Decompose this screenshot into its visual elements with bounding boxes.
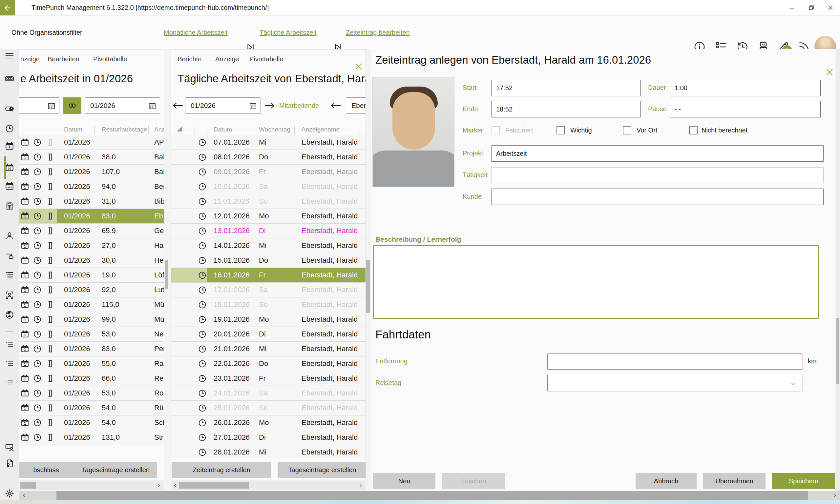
- daily-row[interactable]: 19.01.2026MoEberstadt, Harald: [171, 312, 366, 327]
- sort-indicator[interactable]: [177, 126, 182, 131]
- beschreibung-textarea[interactable]: [373, 245, 819, 319]
- column-anzeigename[interactable]: Anz: [154, 126, 164, 133]
- checkbox-nicht-berechnet[interactable]: [689, 126, 698, 134]
- daily-row[interactable]: 12.01.2026MoEberstadt, Harald: [171, 209, 366, 223]
- daily-row[interactable]: 08.01.2026DoEberstadt, Harald: [171, 150, 366, 165]
- column-anzeigename[interactable]: Anzeigename: [301, 126, 339, 133]
- scroll-right-icon[interactable]: [358, 483, 364, 488]
- daily-row[interactable]: 11.01.2026SoEberstadt, Harald: [171, 194, 366, 209]
- projekt-input[interactable]: [491, 145, 824, 162]
- monthly-row[interactable]: 101/202630,0He: [19, 253, 164, 268]
- neu-button[interactable]: Neu: [373, 473, 435, 489]
- monthly-row[interactable]: 101/202627,0Ha: [19, 238, 164, 253]
- daily-row[interactable]: 13.01.2026DiEberstadt, Harald: [171, 223, 366, 238]
- sidebar-item-filter-list-c[interactable]: [5, 378, 14, 388]
- tageseintraege-erstellen-button[interactable]: Tageseinträge erstellen: [74, 462, 157, 478]
- reisetag-select[interactable]: [547, 375, 802, 391]
- scroll-right-icon[interactable]: [156, 483, 161, 488]
- monthly-row[interactable]: 101/2026107,0Bar: [19, 165, 164, 179]
- back-button[interactable]: [0, 0, 15, 15]
- monthly-row[interactable]: 101/202619,0Löf: [19, 268, 164, 283]
- employee-field[interactable]: Eber: [346, 97, 366, 114]
- daily-row[interactable]: 15.01.2026DoEberstadt, Harald: [171, 253, 366, 268]
- sidebar-item-calendar-month[interactable]: 30: [5, 163, 14, 173]
- nav-link-monatliche-arbeitszeit[interactable]: Monatliche Arbeitszeit: [164, 16, 228, 49]
- sidebar-item-filter-list-a[interactable]: [5, 340, 14, 349]
- daily-row[interactable]: 07.01.2026MiEberstadt, Harald: [171, 135, 366, 150]
- daily-row[interactable]: 20.01.2026DiEberstadt, Harald: [171, 327, 366, 342]
- nav-link-zeiteintrag-bearbeiten[interactable]: Zeiteintrag bearbeiten: [346, 16, 410, 49]
- previous-period-arrow[interactable]: [172, 101, 183, 110]
- entfernung-input[interactable]: [547, 354, 802, 370]
- period-field[interactable]: 01/2026: [185, 97, 261, 114]
- tab-anzeige[interactable]: nzeige: [20, 55, 40, 63]
- restore-button[interactable]: [803, 0, 820, 15]
- monthly-row[interactable]: 101/202683,0Eb: [19, 209, 164, 223]
- close-editor-button[interactable]: [825, 68, 834, 77]
- sidebar-item-calendar-day[interactable]: 1: [5, 141, 14, 151]
- daily-row[interactable]: 23.01.2026FrEberstadt, Harald: [171, 371, 366, 386]
- mitarbeitende-label[interactable]: Mitarbeitende: [279, 97, 319, 114]
- monthly-row[interactable]: 101/202655,0Ral: [19, 357, 164, 371]
- tab-bearbeiten[interactable]: Bearbeiten: [48, 55, 80, 63]
- daily-row[interactable]: 14.01.2026MiEberstadt, Harald: [171, 238, 366, 253]
- sidebar-item-entry-list[interactable]: [5, 270, 14, 280]
- sidebar-item-person-focus[interactable]: [5, 290, 14, 300]
- monthly-row[interactable]: 101/202665,9Ge: [19, 223, 164, 238]
- sidebar-item-calculator[interactable]: [5, 201, 14, 211]
- tab-pivottabelle[interactable]: Pivottabelle: [249, 55, 283, 63]
- monthly-row[interactable]: 101/202653,0Rol: [19, 386, 164, 401]
- sidebar-item-menu[interactable]: [5, 51, 14, 61]
- monthly-row[interactable]: 101/202692,0Lut: [19, 283, 164, 298]
- scroll-right-icon[interactable]: [832, 492, 837, 498]
- daily-row[interactable]: 16.01.2026FrEberstadt, Harald: [171, 268, 366, 283]
- uebernehmen-button[interactable]: Übernehmen: [703, 473, 766, 489]
- taetigkeit-input[interactable]: [491, 167, 824, 183]
- link-periods-button[interactable]: [63, 97, 81, 114]
- daily-row[interactable]: 17.01.2026SaEberstadt, Harald: [171, 283, 366, 298]
- monthly-row[interactable]: 101/2026115,0Mü: [19, 298, 164, 312]
- nav-link-taegliche-arbeitszeit[interactable]: Tägliche Arbeitszeit: [260, 16, 316, 49]
- daily-row[interactable]: 27.01.2026DiEberstadt, Harald: [171, 430, 366, 445]
- scrollbar-thumb[interactable]: [836, 318, 839, 384]
- period-field-secondary[interactable]: [19, 97, 59, 114]
- scrollbar-thumb[interactable]: [20, 482, 36, 489]
- column-wochentag[interactable]: Wochentag: [259, 126, 291, 133]
- checkbox-fakturiert[interactable]: [492, 126, 500, 134]
- sidebar-item-clock[interactable]: [5, 124, 14, 133]
- monthly-row[interactable]: 101/202654,0Rü: [19, 401, 164, 415]
- daily-row[interactable]: 09.01.2026FrEberstadt, Harald: [171, 165, 366, 179]
- sidebar-item-terminal[interactable]: [5, 74, 14, 84]
- scrollbar-thumb[interactable]: [366, 260, 370, 313]
- daily-row[interactable]: 18.01.2026SoEberstadt, Harald: [171, 298, 366, 312]
- monthly-row[interactable]: 101/2026AP: [19, 135, 164, 150]
- abbruch-button[interactable]: Abbruch: [635, 473, 697, 489]
- start-input[interactable]: [491, 80, 641, 96]
- zeiteintrag-erstellen-button[interactable]: Zeiteintrag erstellen: [172, 462, 272, 478]
- monthly-row[interactable]: 101/202666,0Rei: [19, 371, 164, 386]
- scrollbar-thumb[interactable]: [56, 491, 808, 500]
- scroll-left-icon[interactable]: [173, 483, 178, 488]
- sidebar-item-workplace[interactable]: [5, 251, 14, 261]
- sidebar-item-calendar-year[interactable]: 365: [5, 181, 14, 191]
- daily-row[interactable]: 28.01.2026MiEberstadt, Harald: [171, 445, 366, 458]
- column-resturlaubstage[interactable]: Resturlaubstage: [102, 126, 147, 133]
- close-panel-button[interactable]: [354, 62, 363, 71]
- checkbox-wichtig[interactable]: [557, 126, 565, 134]
- dauer-input[interactable]: [670, 80, 821, 96]
- monthly-row[interactable]: 101/2026131,0Str: [19, 430, 164, 445]
- ende-input[interactable]: [491, 101, 641, 118]
- scrollbar-thumb[interactable]: [179, 482, 249, 489]
- kunde-input[interactable]: [491, 188, 824, 205]
- column-datum[interactable]: Datum: [64, 126, 82, 133]
- monthly-row[interactable]: 101/202638,0Bal: [19, 150, 164, 165]
- tab-berichte[interactable]: Berichte: [177, 55, 202, 63]
- tab-anzeige[interactable]: Anzeige: [215, 55, 239, 63]
- daily-row[interactable]: 26.01.2026MoEberstadt, Harald: [171, 415, 366, 430]
- previous-employee-arrow[interactable]: [329, 101, 341, 110]
- checkbox-vor-ort[interactable]: [623, 126, 631, 134]
- monthly-row[interactable]: 101/202654,0Sch: [19, 415, 164, 430]
- daily-row[interactable]: 21.01.2026MiEberstadt, Harald: [171, 342, 366, 357]
- daily-row[interactable]: 10.01.2026SaEberstadt, Harald: [171, 179, 366, 194]
- minimize-button[interactable]: [784, 0, 800, 15]
